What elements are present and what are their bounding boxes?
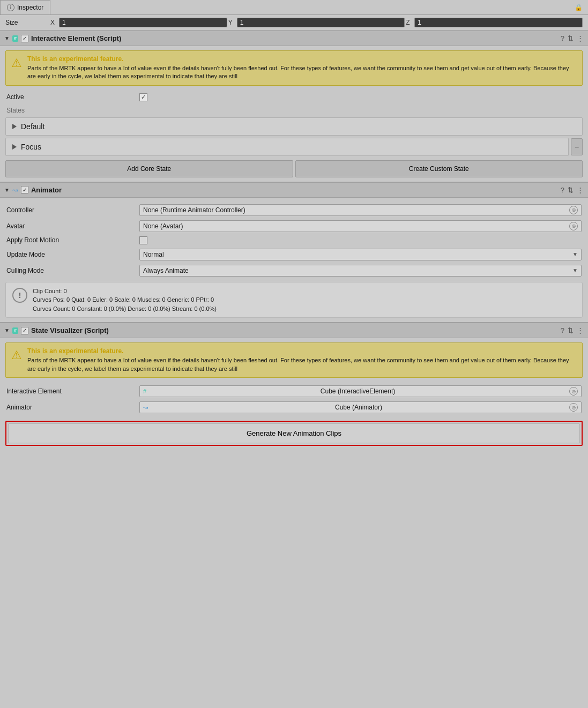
sv-ie-hash-icon: # <box>143 388 146 394</box>
generate-btn-wrapper: Generate New Animation Clips <box>5 421 583 446</box>
sv-animator-value: Cube (Animator) <box>335 404 382 411</box>
x-axis-label: X <box>50 19 58 26</box>
ie-hash-badge: # <box>12 35 18 42</box>
sv-sliders-icon[interactable]: ⇅ <box>568 326 574 334</box>
create-custom-state-button[interactable]: Create Custom State <box>295 160 583 177</box>
states-section: States Default Focus − Add Core State Cr… <box>5 107 583 177</box>
animator-sliders-icon[interactable]: ⇅ <box>568 186 574 194</box>
inspector-tab[interactable]: i Inspector <box>0 0 50 14</box>
ie-warning-title: This is an experimental feature. <box>27 55 577 63</box>
sv-ie-label: Interactive Element <box>6 387 135 395</box>
animator-controller-label: Controller <box>6 206 135 214</box>
ie-body: ⚠ This is an experimental feature. Parts… <box>0 46 588 182</box>
sv-body: ⚠ This is an experimental feature. Parts… <box>0 338 588 450</box>
animator-avatar-label: Avatar <box>6 222 135 230</box>
ie-active-checkbox[interactable]: ✓ <box>139 93 147 101</box>
animator-apply-root-motion-label: Apply Root Motion <box>6 236 135 244</box>
animator-header-icons: ? ⇅ ⋮ <box>561 186 584 194</box>
animator-info-text: Clip Count: 0 Curves Pos: 0 Quat: 0 Eule… <box>33 287 217 314</box>
animator-avatar-field[interactable]: None (Avatar) ◎ <box>139 220 582 232</box>
animator-update-mode-arrow: ▼ <box>572 251 578 257</box>
ie-active-label: Active <box>6 93 135 101</box>
animator-controller-target-icon[interactable]: ◎ <box>569 206 578 214</box>
animator-controller-row: Controller None (Runtime Animator Contro… <box>5 202 583 218</box>
sv-header-icons: ? ⇅ ⋮ <box>561 326 584 334</box>
sv-warning-body: Parts of the MRTK appear to have a lot o… <box>27 356 577 373</box>
animator-menu-icon[interactable]: ⋮ <box>577 186 584 194</box>
sv-animator-label: Animator <box>6 404 135 411</box>
ie-enabled-checkbox[interactable]: ✓ <box>21 35 28 42</box>
size-x-input[interactable] <box>59 18 227 27</box>
ie-warning-box: ⚠ This is an experimental feature. Parts… <box>5 50 583 86</box>
state-visualizer-component: ▼ # ✓ State Visualizer (Script) ? ⇅ ⋮ ⚠ … <box>0 323 588 450</box>
generate-animation-clips-button[interactable]: Generate New Animation Clips <box>8 423 580 443</box>
collapse-chevron-sv[interactable]: ▼ <box>4 327 10 333</box>
ie-sliders-icon[interactable]: ⇅ <box>568 34 574 42</box>
collapse-chevron-ie[interactable]: ▼ <box>4 35 10 41</box>
sv-help-icon[interactable]: ? <box>561 326 564 334</box>
animator-clip-count: Clip Count: 0 <box>33 287 217 296</box>
animator-controller-field[interactable]: None (Runtime Animator Controller) ◎ <box>139 204 582 216</box>
animator-body: Controller None (Runtime Animator Contro… <box>0 198 588 323</box>
sv-animator-anim-icon: ↝ <box>143 404 148 411</box>
animator-culling-mode-label: Culling Mode <box>6 267 135 274</box>
default-state-name: Default <box>21 122 44 131</box>
animator-avatar-target-icon[interactable]: ◎ <box>569 222 578 230</box>
ie-menu-icon[interactable]: ⋮ <box>577 34 584 42</box>
ie-help-icon[interactable]: ? <box>561 34 564 42</box>
sv-ie-field[interactable]: # Cube (InteractiveElement) ◎ <box>139 385 582 397</box>
sv-ie-target-icon[interactable]: ◎ <box>569 387 578 396</box>
focus-remove-button[interactable]: − <box>571 138 583 155</box>
sv-warning-title: This is an experimental feature. <box>27 347 577 355</box>
animator-culling-mode-field[interactable]: Always Animate ▼ <box>139 265 582 277</box>
size-y-input[interactable] <box>237 18 405 27</box>
animator-title: Animator <box>31 186 558 194</box>
animator-curves-pos: Curves Pos: 0 Quat: 0 Euler: 0 Scale: 0 … <box>33 295 217 304</box>
animator-update-mode-label: Update Mode <box>6 251 135 258</box>
animator-culling-mode-row: Culling Mode Always Animate ▼ <box>5 263 583 279</box>
animator-info-box: ! Clip Count: 0 Curves Pos: 0 Quat: 0 Eu… <box>5 282 583 318</box>
animator-curves-count: Curves Count: 0 Constant: 0 (0.0%) Dense… <box>33 304 217 314</box>
sv-warning-text: This is an experimental feature. Parts o… <box>27 347 577 373</box>
ie-active-row: Active ✓ <box>5 91 583 103</box>
sv-warning-box: ⚠ This is an experimental feature. Parts… <box>5 342 583 378</box>
sv-ie-row: Interactive Element # Cube (InteractiveE… <box>5 383 583 399</box>
state-buttons-row: Add Core State Create Custom State <box>5 160 583 177</box>
sv-title: State Visualizer (Script) <box>31 326 558 334</box>
sv-menu-icon[interactable]: ⋮ <box>577 326 584 334</box>
ie-warning-text: This is an experimental feature. Parts o… <box>27 55 577 81</box>
animator-culling-mode-value: Always Animate <box>143 267 189 274</box>
add-core-state-button[interactable]: Add Core State <box>5 160 293 177</box>
animator-update-mode-value: Normal <box>143 251 164 258</box>
animator-header: ▼ ↝ ✓ Animator ? ⇅ ⋮ <box>0 182 588 198</box>
sv-animator-target-icon[interactable]: ◎ <box>569 403 578 412</box>
animator-enabled-checkbox[interactable]: ✓ <box>21 186 28 193</box>
y-axis-label: Y <box>228 19 236 26</box>
inspector-tab-label: Inspector <box>17 4 43 11</box>
animator-help-icon[interactable]: ? <box>561 186 564 194</box>
size-label: Size <box>5 19 48 26</box>
focus-expand-icon[interactable] <box>12 144 17 150</box>
default-expand-icon[interactable] <box>12 124 17 129</box>
animator-controller-value: None (Runtime Animator Controller) <box>143 206 245 214</box>
sv-animator-field[interactable]: ↝ Cube (Animator) ◎ <box>139 401 582 413</box>
lock-icon[interactable]: 🔒 <box>569 1 588 14</box>
sv-enabled-checkbox[interactable]: ✓ <box>21 327 28 334</box>
size-row: Size X Y Z <box>0 15 588 31</box>
animator-component: ▼ ↝ ✓ Animator ? ⇅ ⋮ Controller None (Ru… <box>0 182 588 323</box>
z-axis-label: Z <box>406 19 413 26</box>
collapse-chevron-anim[interactable]: ▼ <box>4 187 10 193</box>
state-focus-row: Focus − <box>5 138 583 156</box>
animator-apply-root-motion-row: Apply Root Motion <box>5 234 583 247</box>
ie-active-checkmark: ✓ <box>141 94 146 101</box>
animator-apply-root-motion-checkbox[interactable] <box>139 236 147 244</box>
sv-ie-value: Cube (InteractiveElement) <box>321 387 395 395</box>
state-focus: Focus <box>5 138 569 156</box>
size-z-input[interactable] <box>414 18 583 27</box>
animator-badge-icon: ↝ <box>12 186 18 194</box>
sv-hash-badge: # <box>12 327 18 334</box>
ie-header-icons: ? ⇅ ⋮ <box>561 34 584 42</box>
animator-update-mode-field[interactable]: Normal ▼ <box>139 249 582 260</box>
states-title: States <box>5 107 583 114</box>
size-xyz-group: X Y Z <box>50 18 583 27</box>
